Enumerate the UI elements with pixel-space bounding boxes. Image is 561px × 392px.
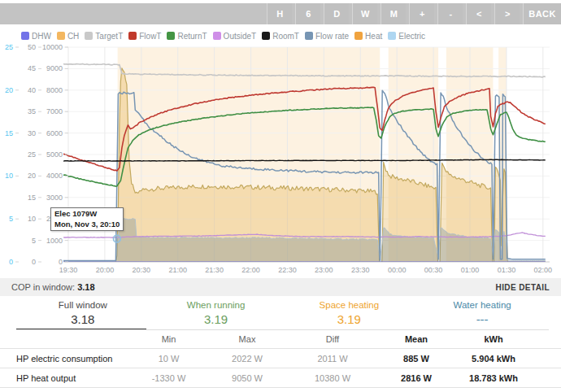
legend-label: DHW	[32, 32, 51, 41]
heatpump-dashboard: H6DWM+-<>BACK DHWCHTargetTFlowTReturnTOu…	[0, 0, 561, 392]
power-axis-tick-label: 10000	[42, 43, 63, 51]
power-axis-tick-label: 9000	[46, 64, 63, 72]
cop-label-text: COP in window:	[11, 282, 75, 292]
row-label: HP electric consumption	[0, 354, 122, 364]
temp-axis-tick-label: 40	[28, 86, 36, 94]
table-row: HP electric consumption10 W2022 W2011 W8…	[0, 348, 561, 368]
row-value: 2022 W	[215, 354, 279, 364]
legend-swatch	[57, 32, 65, 40]
table-header-max: Max	[215, 334, 279, 344]
legend-swatch	[128, 32, 137, 40]
tab-water-heating[interactable]: Water heating---	[415, 300, 549, 326]
legend-item-outsidet[interactable]: OutsideT	[213, 32, 257, 41]
power-axis-tick-label: 0	[59, 258, 63, 266]
legend-item-electric[interactable]: Electric	[388, 32, 425, 41]
table-row: FlowT20.9 °C41.2 °C20.3 °C35.7 °C	[0, 387, 561, 392]
power-axis-tick-label: 4000	[46, 172, 63, 180]
legend-item-dhw[interactable]: DHW	[21, 32, 51, 41]
legend-swatch	[167, 32, 175, 40]
table-header-kwh: kWh	[446, 334, 541, 344]
chart-tooltip: Elec 1079W Mon, Nov 3, 20:10	[50, 207, 124, 231]
x-axis-tick-label: 02:00	[534, 266, 553, 274]
table-header-mean: Mean	[386, 334, 446, 344]
temp-axis-tick-label: 45	[28, 64, 36, 72]
tab-space-heating[interactable]: Space heating3.19	[283, 300, 416, 326]
x-axis-tick-label: 01:30	[498, 266, 516, 274]
toolbar-button-<[interactable]: <	[466, 3, 491, 24]
legend-label: Heat	[365, 32, 382, 41]
legend-item-targett[interactable]: TargetT	[85, 32, 123, 41]
x-axis-tick-label: 20:30	[133, 266, 151, 274]
legend-label: Electric	[398, 32, 425, 41]
x-axis-tick-label: 21:00	[168, 266, 187, 274]
chart-legend: DHWCHTargetTFlowTReturnTOutsideTRoomTFlo…	[21, 30, 431, 41]
power-axis-tick-label: 5000	[46, 150, 63, 159]
row-value: 2011 W	[279, 354, 386, 364]
x-axis-tick-label: 23:00	[315, 266, 333, 274]
temp-axis-tick-label: 25	[28, 150, 36, 159]
legend-item-heat[interactable]: Heat	[354, 32, 382, 41]
table-row: HP heat output-1330 W9050 W10380 W2816 W…	[0, 368, 561, 387]
x-axis-tick-label: 22:30	[278, 266, 297, 274]
chart-svg[interactable]: 0510152025051015202530354045500100020003…	[0, 42, 561, 278]
tab-cop-value: 3.19	[150, 312, 283, 326]
row-value: 885 W	[386, 354, 446, 364]
toolbar-button-M[interactable]: M	[381, 3, 406, 24]
legend-swatch	[305, 32, 313, 40]
legend-swatch	[262, 32, 270, 40]
row-value: 18.783 kWh	[446, 373, 541, 383]
tab-cop-value: ---	[415, 312, 549, 326]
temp-axis-tick-label: 50	[28, 43, 36, 51]
legend-label: RoomT	[272, 32, 299, 41]
x-axis-tick-label: 21:30	[205, 266, 224, 274]
legend-swatch	[354, 32, 363, 40]
toolbar-button-H[interactable]: H	[267, 3, 292, 24]
hide-detail-button[interactable]: HIDE DETAIL	[496, 283, 550, 292]
x-axis-tick-label: 22:00	[241, 266, 260, 274]
toolbar-button-D[interactable]: D	[324, 3, 349, 24]
table-header-min: Min	[122, 334, 215, 344]
legend-item-roomt[interactable]: RoomT	[262, 32, 299, 41]
tab-when-running[interactable]: When running3.19	[150, 300, 283, 326]
legend-label: Flow rate	[315, 32, 349, 41]
legend-swatch	[213, 32, 221, 40]
tab-label: Water heating	[415, 300, 549, 310]
flow-axis-tick-label: 25	[5, 43, 13, 51]
row-value: 10380 W	[279, 373, 386, 383]
x-axis-tick-label: 01:00	[461, 266, 480, 274]
x-axis-tick-label: 23:30	[351, 266, 370, 274]
power-axis-tick-label: 1000	[46, 237, 63, 245]
tooltip-value: Elec 1079W	[54, 209, 120, 220]
tab-full-window[interactable]: Full window3.18	[16, 300, 150, 326]
legend-item-flow-rate[interactable]: Flow rate	[305, 32, 349, 41]
legend-item-ch[interactable]: CH	[57, 32, 79, 41]
cop-in-window: COP in window: 3.18	[11, 282, 95, 292]
hover-point-marker	[113, 235, 120, 242]
x-axis-tick-label: 20:00	[96, 266, 115, 274]
tab-cop-value: 3.19	[283, 312, 416, 326]
temp-axis-tick-label: 30	[28, 129, 36, 137]
temp-axis-tick-label: 10	[28, 215, 36, 223]
legend-swatch	[21, 32, 29, 40]
table-header-row: MinMaxDiffMeankWh	[0, 330, 561, 348]
row-label: HP heat output	[0, 373, 122, 383]
chart-area[interactable]: 0510152025051015202530354045500100020003…	[0, 42, 561, 278]
legend-item-flowt[interactable]: FlowT	[128, 32, 161, 41]
flow-axis-tick-label: 15	[5, 129, 13, 137]
stats-table: MinMaxDiffMeankWhHP electric consumption…	[0, 330, 561, 392]
legend-swatch	[388, 32, 396, 40]
toolbar-button->[interactable]: >	[494, 3, 520, 24]
toolbar-button--[interactable]: -	[437, 3, 463, 24]
legend-label: CH	[67, 32, 79, 41]
temp-axis-tick-label: 15	[28, 194, 36, 202]
toolbar-button-+[interactable]: +	[409, 3, 434, 24]
power-axis-tick-label: 7000	[46, 107, 63, 115]
toolbar-button-6[interactable]: 6	[295, 3, 320, 24]
flow-axis-tick-label: 20	[5, 86, 13, 94]
x-axis-tick-label: 19:30	[59, 266, 78, 274]
toolbar-button-W[interactable]: W	[352, 3, 377, 24]
back-button[interactable]: BACK	[523, 3, 561, 24]
cop-bar: COP in window: 3.18 HIDE DETAIL	[0, 278, 561, 296]
legend-item-returnt[interactable]: ReturnT	[167, 32, 207, 41]
legend-label: OutsideT	[224, 32, 257, 41]
